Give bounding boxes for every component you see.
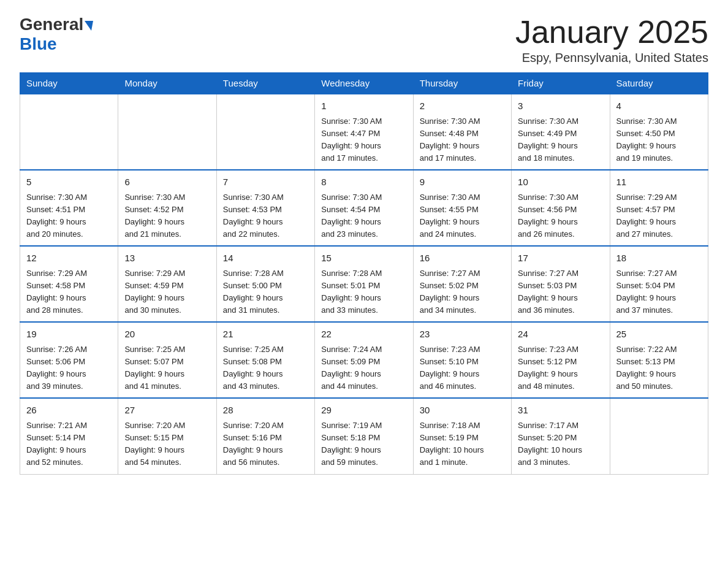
day-info: Sunrise: 7:30 AMSunset: 4:52 PMDaylight:… <box>124 191 210 241</box>
day-number: 17 <box>518 251 603 266</box>
calendar-cell: 18Sunrise: 7:27 AMSunset: 5:04 PMDayligh… <box>610 246 708 322</box>
day-info: Sunrise: 7:29 AMSunset: 4:58 PMDaylight:… <box>26 267 112 317</box>
calendar-table: SundayMondayTuesdayWednesdayThursdayFrid… <box>20 72 708 474</box>
day-info: Sunrise: 7:18 AMSunset: 5:19 PMDaylight:… <box>420 419 505 469</box>
calendar-cell: 31Sunrise: 7:17 AMSunset: 5:20 PMDayligh… <box>512 398 610 474</box>
day-info: Sunrise: 7:26 AMSunset: 5:06 PMDaylight:… <box>26 343 112 393</box>
day-number: 23 <box>420 327 505 342</box>
day-info: Sunrise: 7:30 AMSunset: 4:48 PMDaylight:… <box>420 115 505 165</box>
day-number: 9 <box>420 175 505 190</box>
day-info: Sunrise: 7:30 AMSunset: 4:49 PMDaylight:… <box>518 115 603 165</box>
day-number: 30 <box>420 404 505 418</box>
day-info: Sunrise: 7:28 AMSunset: 5:00 PMDaylight:… <box>223 267 308 317</box>
calendar-cell <box>610 398 708 474</box>
day-number: 27 <box>124 404 210 418</box>
day-info: Sunrise: 7:23 AMSunset: 5:12 PMDaylight:… <box>518 343 603 393</box>
calendar-week-1: 1Sunrise: 7:30 AMSunset: 4:47 PMDaylight… <box>20 94 708 170</box>
calendar-cell: 21Sunrise: 7:25 AMSunset: 5:08 PMDayligh… <box>216 322 314 398</box>
calendar-cell: 28Sunrise: 7:20 AMSunset: 5:16 PMDayligh… <box>216 398 314 474</box>
day-info: Sunrise: 7:19 AMSunset: 5:18 PMDaylight:… <box>321 419 406 469</box>
calendar-cell: 19Sunrise: 7:26 AMSunset: 5:06 PMDayligh… <box>20 322 118 398</box>
subtitle: Espy, Pennsylvania, United States <box>515 51 708 65</box>
calendar-cell: 2Sunrise: 7:30 AMSunset: 4:48 PMDaylight… <box>413 94 511 170</box>
calendar-week-4: 19Sunrise: 7:26 AMSunset: 5:06 PMDayligh… <box>20 322 708 398</box>
calendar-cell: 29Sunrise: 7:19 AMSunset: 5:18 PMDayligh… <box>315 398 413 474</box>
calendar-cell: 25Sunrise: 7:22 AMSunset: 5:13 PMDayligh… <box>610 322 708 398</box>
day-number: 4 <box>616 99 702 113</box>
calendar-cell: 10Sunrise: 7:30 AMSunset: 4:56 PMDayligh… <box>512 170 610 246</box>
calendar-cell: 16Sunrise: 7:27 AMSunset: 5:02 PMDayligh… <box>413 246 511 322</box>
calendar-cell <box>216 94 314 170</box>
day-info: Sunrise: 7:29 AMSunset: 4:57 PMDaylight:… <box>616 191 702 241</box>
day-number: 16 <box>420 251 505 266</box>
day-info: Sunrise: 7:21 AMSunset: 5:14 PMDaylight:… <box>26 419 112 469</box>
day-number: 6 <box>124 175 210 190</box>
day-info: Sunrise: 7:27 AMSunset: 5:03 PMDaylight:… <box>518 267 603 317</box>
day-number: 29 <box>321 404 406 418</box>
day-number: 10 <box>518 175 603 190</box>
day-info: Sunrise: 7:27 AMSunset: 5:04 PMDaylight:… <box>616 267 702 317</box>
day-info: Sunrise: 7:30 AMSunset: 4:53 PMDaylight:… <box>223 191 308 241</box>
day-info: Sunrise: 7:22 AMSunset: 5:13 PMDaylight:… <box>616 343 702 393</box>
day-number: 12 <box>26 251 112 266</box>
calendar-cell: 5Sunrise: 7:30 AMSunset: 4:51 PMDaylight… <box>20 170 118 246</box>
day-info: Sunrise: 7:17 AMSunset: 5:20 PMDaylight:… <box>518 419 603 469</box>
calendar-week-2: 5Sunrise: 7:30 AMSunset: 4:51 PMDaylight… <box>20 170 708 246</box>
calendar-cell: 30Sunrise: 7:18 AMSunset: 5:19 PMDayligh… <box>413 398 511 474</box>
day-number: 19 <box>26 327 112 342</box>
calendar-cell: 8Sunrise: 7:30 AMSunset: 4:54 PMDaylight… <box>315 170 413 246</box>
calendar-cell: 12Sunrise: 7:29 AMSunset: 4:58 PMDayligh… <box>20 246 118 322</box>
day-info: Sunrise: 7:24 AMSunset: 5:09 PMDaylight:… <box>321 343 406 393</box>
day-number: 22 <box>321 327 406 342</box>
day-number: 24 <box>518 327 603 342</box>
main-title: January 2025 <box>515 15 708 50</box>
day-info: Sunrise: 7:25 AMSunset: 5:08 PMDaylight:… <box>223 343 308 393</box>
day-info: Sunrise: 7:29 AMSunset: 4:59 PMDaylight:… <box>124 267 210 317</box>
calendar-cell: 7Sunrise: 7:30 AMSunset: 4:53 PMDaylight… <box>216 170 314 246</box>
calendar-cell: 15Sunrise: 7:28 AMSunset: 5:01 PMDayligh… <box>315 246 413 322</box>
day-number: 31 <box>518 404 603 418</box>
day-info: Sunrise: 7:30 AMSunset: 4:50 PMDaylight:… <box>616 115 702 165</box>
logo: General Blue <box>20 15 93 54</box>
day-number: 2 <box>420 99 505 113</box>
calendar-week-5: 26Sunrise: 7:21 AMSunset: 5:14 PMDayligh… <box>20 398 708 474</box>
day-number: 25 <box>616 327 702 342</box>
logo-blue-text: Blue <box>20 34 57 53</box>
day-info: Sunrise: 7:28 AMSunset: 5:01 PMDaylight:… <box>321 267 406 317</box>
day-number: 5 <box>26 175 112 190</box>
calendar-cell: 6Sunrise: 7:30 AMSunset: 4:52 PMDaylight… <box>118 170 216 246</box>
header-thursday: Thursday <box>413 73 511 94</box>
day-number: 26 <box>26 404 112 418</box>
calendar-cell: 20Sunrise: 7:25 AMSunset: 5:07 PMDayligh… <box>118 322 216 398</box>
day-number: 18 <box>616 251 702 266</box>
day-number: 14 <box>223 251 308 266</box>
day-info: Sunrise: 7:30 AMSunset: 4:55 PMDaylight:… <box>420 191 505 241</box>
day-info: Sunrise: 7:30 AMSunset: 4:54 PMDaylight:… <box>321 191 406 241</box>
day-number: 1 <box>321 99 406 113</box>
day-number: 28 <box>223 404 308 418</box>
title-area: January 2025 Espy, Pennsylvania, United … <box>515 15 708 65</box>
header-saturday: Saturday <box>610 73 708 94</box>
header-wednesday: Wednesday <box>315 73 413 94</box>
calendar-header-row: SundayMondayTuesdayWednesdayThursdayFrid… <box>20 73 708 94</box>
calendar-week-3: 12Sunrise: 7:29 AMSunset: 4:58 PMDayligh… <box>20 246 708 322</box>
day-number: 20 <box>124 327 210 342</box>
day-number: 7 <box>223 175 308 190</box>
calendar-cell: 14Sunrise: 7:28 AMSunset: 5:00 PMDayligh… <box>216 246 314 322</box>
calendar-cell: 4Sunrise: 7:30 AMSunset: 4:50 PMDaylight… <box>610 94 708 170</box>
calendar-cell: 1Sunrise: 7:30 AMSunset: 4:47 PMDaylight… <box>315 94 413 170</box>
day-number: 15 <box>321 251 406 266</box>
calendar-cell: 17Sunrise: 7:27 AMSunset: 5:03 PMDayligh… <box>512 246 610 322</box>
calendar-cell: 9Sunrise: 7:30 AMSunset: 4:55 PMDaylight… <box>413 170 511 246</box>
logo-triangle-icon <box>85 21 93 31</box>
day-number: 13 <box>124 251 210 266</box>
day-info: Sunrise: 7:25 AMSunset: 5:07 PMDaylight:… <box>124 343 210 393</box>
calendar-cell: 22Sunrise: 7:24 AMSunset: 5:09 PMDayligh… <box>315 322 413 398</box>
calendar-cell: 11Sunrise: 7:29 AMSunset: 4:57 PMDayligh… <box>610 170 708 246</box>
calendar-cell <box>118 94 216 170</box>
calendar-cell: 13Sunrise: 7:29 AMSunset: 4:59 PMDayligh… <box>118 246 216 322</box>
calendar-cell: 24Sunrise: 7:23 AMSunset: 5:12 PMDayligh… <box>512 322 610 398</box>
calendar-cell: 27Sunrise: 7:20 AMSunset: 5:15 PMDayligh… <box>118 398 216 474</box>
calendar-cell: 23Sunrise: 7:23 AMSunset: 5:10 PMDayligh… <box>413 322 511 398</box>
calendar-cell: 26Sunrise: 7:21 AMSunset: 5:14 PMDayligh… <box>20 398 118 474</box>
